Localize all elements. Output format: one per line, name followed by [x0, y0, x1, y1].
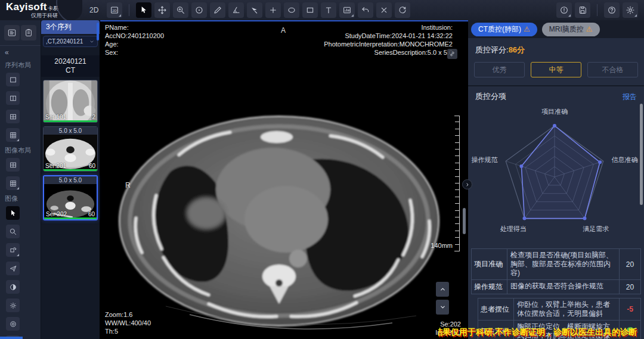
study-info-overlay: Institusion: StudyDateTime:2024-01-21 14…: [324, 23, 453, 57]
image-locate-tool[interactable]: [6, 317, 20, 331]
link-sync-button[interactable]: [447, 49, 457, 59]
sidebar-group-label: 图像布局: [0, 143, 41, 157]
toolbar-left-group: [107, 2, 410, 18]
grade-button-中等[interactable]: 中等: [531, 62, 581, 77]
viewer-scrollbar-thumb[interactable]: [463, 208, 466, 234]
image-rotate-flip-tool[interactable]: [6, 243, 20, 257]
brightness-icon: [9, 301, 17, 310]
export-panel-button[interactable]: [21, 25, 36, 41]
angle-tool[interactable]: [228, 2, 244, 18]
text-annotation-tool[interactable]: [321, 2, 336, 18]
measure-length-tool[interactable]: [210, 2, 225, 18]
arrow-annotation-tool[interactable]: [247, 2, 262, 18]
grade-button-优秀[interactable]: 优秀: [474, 62, 525, 77]
pointer-icon: [139, 5, 148, 15]
qc-table-row: 操作规范图像的获取是否符合操作规范20: [472, 280, 640, 294]
mode-2d-label: 2D: [89, 6, 98, 14]
load-progress-bar: [44, 120, 97, 122]
image-brightness-tool[interactable]: [6, 298, 20, 312]
info-icon: [559, 5, 569, 15]
series-number: Ser:101: [45, 114, 66, 120]
ellipse-roi-tool[interactable]: [284, 2, 299, 18]
main-viewport[interactable]: PName: AccNO:2401210200 Age: Sex: A R In…: [100, 21, 468, 339]
radar-axis-label: 处理得当: [500, 225, 527, 234]
study-date: 20240121: [41, 57, 100, 66]
ruler-length-label: 140mm: [431, 242, 453, 249]
layout2col-icon: [9, 94, 17, 102]
reset-tool[interactable]: [395, 2, 410, 18]
thickness-line: Th:5: [105, 327, 151, 335]
qc-subitems-title: 质控分项: [475, 91, 506, 102]
save-button[interactable]: [575, 2, 590, 18]
pan-icon: [157, 5, 167, 15]
save-icon: [578, 5, 587, 15]
series-scrollbar-thumb[interactable]: [97, 23, 99, 41]
qc-item-label: 项目准确: [472, 249, 507, 279]
orientation-marker-anterior: A: [281, 26, 286, 35]
sidebar-collapse-button[interactable]: «: [0, 46, 41, 58]
rect-roi-tool[interactable]: [302, 2, 318, 18]
series-thumbnail-101[interactable]: Ser:1012: [43, 80, 98, 123]
settings-button[interactable]: [623, 2, 638, 18]
qc-score-value: 86分: [509, 45, 525, 54]
probe-icon: [250, 5, 259, 15]
link-icon: [449, 51, 456, 57]
panel-collapse-handle[interactable]: [462, 179, 472, 189]
info-button[interactable]: [556, 2, 572, 18]
panel-scrollbar-thumb[interactable]: [640, 104, 643, 205]
chevron-up-icon: [439, 285, 447, 293]
layout3x3-icon: [9, 179, 17, 188]
series-layout-2col[interactable]: [6, 91, 20, 105]
series-layout-2x2[interactable]: [6, 110, 20, 123]
series-layout-single[interactable]: [6, 73, 20, 86]
load-progress-bar: [44, 169, 97, 171]
ct-axial-image: [100, 21, 468, 339]
zoom-in-tool[interactable]: [173, 2, 188, 18]
angle-icon: [231, 5, 241, 15]
series-layout-3x3[interactable]: [6, 128, 20, 142]
report-icon: [7, 28, 17, 38]
series-thumbnail-202-selected[interactable]: 5.0 x 5.0 Ser:20260: [43, 175, 98, 220]
image-layout-2x2[interactable]: [6, 158, 20, 172]
layout2x2-icon: [9, 161, 17, 169]
report-link[interactable]: 报告: [623, 92, 637, 102]
flip-icon: [9, 246, 17, 254]
tab-mri-brain-qc[interactable]: MRI脑质控 ⚠: [542, 23, 600, 36]
image-layout-3x3[interactable]: [6, 176, 20, 190]
magnifier-icon: [9, 228, 17, 236]
rect-icon: [305, 5, 315, 15]
imagecard-icon: [342, 5, 352, 15]
delete-annotation-tool[interactable]: [376, 2, 392, 18]
report-list-button[interactable]: [4, 25, 20, 41]
tab-ct-lung-qc[interactable]: CT质控(肺部) ⚠: [471, 23, 537, 36]
series-number: Ser:201: [45, 163, 66, 169]
patient-info-overlay: PName: AccNO:2401210200 Age: Sex:: [105, 23, 164, 57]
qc-item-score: -5: [619, 298, 640, 320]
layout2d-icon: [110, 5, 119, 15]
study-select-value: ,CT,20240121: [46, 38, 83, 45]
image-count: 60: [89, 163, 95, 169]
scroll-down-button[interactable]: [436, 300, 449, 315]
study-select-dropdown[interactable]: ,CT,20240121: [43, 36, 98, 47]
grade-button-不合格[interactable]: 不合格: [587, 62, 638, 77]
pan-tool[interactable]: [154, 2, 170, 18]
image-magnify-tool[interactable]: [6, 225, 20, 238]
qc-item-score: 20: [619, 280, 640, 294]
window-preset-tool[interactable]: [339, 2, 355, 18]
help-button[interactable]: [604, 2, 620, 18]
cross-marker-tool[interactable]: [265, 2, 281, 18]
probe-tool[interactable]: [191, 2, 207, 18]
sex-line: Sex:: [105, 48, 164, 57]
image-pointer-tool[interactable]: [6, 206, 20, 220]
scroll-up-button[interactable]: [436, 282, 449, 297]
series-thumbnail-201[interactable]: 5.0 x 5.0 Ser:20160: [43, 126, 98, 172]
image-send-tool[interactable]: [6, 262, 20, 275]
orientation-marker-right: R: [125, 181, 131, 189]
layout-2d-button[interactable]: [107, 2, 122, 18]
sidebar-group-grid: [0, 157, 41, 191]
undo-tool[interactable]: [358, 2, 373, 18]
grade-buttons: 优秀中等不合格: [468, 57, 644, 86]
pointer-tool[interactable]: [136, 2, 151, 18]
image-invert-tool[interactable]: [6, 280, 20, 294]
series-size-label: 5.0 x 5.0: [44, 176, 97, 184]
